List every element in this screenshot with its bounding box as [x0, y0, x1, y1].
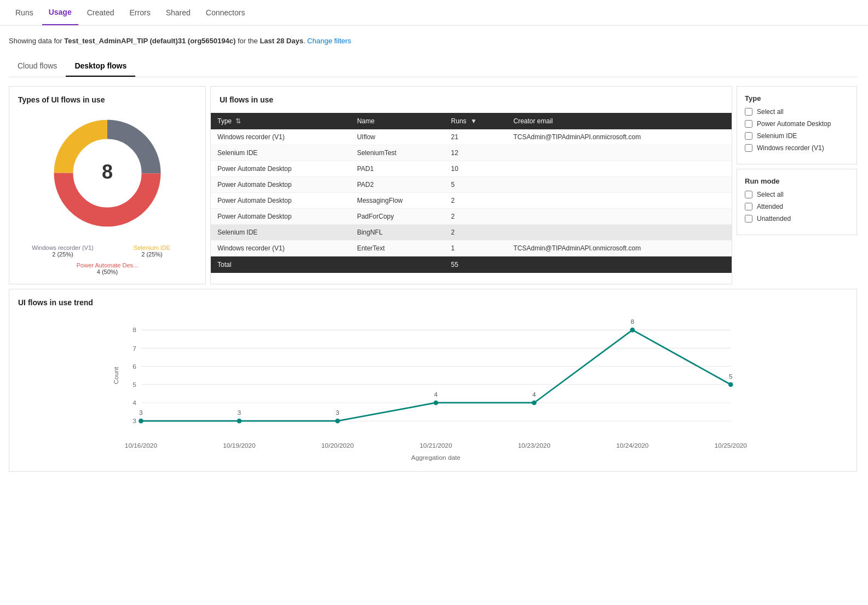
nav-connectors[interactable]: Connectors [199, 1, 252, 25]
cell-type: Selenium IDE [211, 225, 350, 241]
label-unattended: Unattended [757, 215, 791, 222]
type-filter-panel: Type Select allPower Automate DesktopSel… [737, 86, 857, 164]
col-type[interactable]: Type ⇅ [211, 113, 350, 129]
cell-email [507, 145, 732, 161]
y-axis-label: 5 [133, 381, 136, 389]
nav-errors[interactable]: Errors [123, 1, 157, 25]
cell-type: Windows recorder (V1) [211, 241, 350, 256]
flow-tabs: Cloud flows Desktop flows [9, 56, 857, 77]
cell-name: BingNFL [350, 225, 445, 241]
x-axis-label: 10/25/2020 [715, 442, 748, 449]
checkbox-windows-recorder-v1[interactable] [745, 144, 752, 152]
data-label: 4 [434, 391, 438, 398]
cell-email: TCSAdmin@TIPAdminAPI.onmicrosoft.com [507, 129, 732, 145]
cell-runs: 2 [445, 209, 507, 225]
footer-empty [350, 256, 445, 273]
label-select-all-run: Select all [757, 191, 784, 198]
cell-runs: 2 [445, 193, 507, 209]
cell-runs: 21 [445, 129, 507, 145]
checkbox-power-automate-desktop[interactable] [745, 120, 752, 128]
donut-chart: 8 [47, 113, 168, 233]
table-row: Power Automate Desktop PadForCopy 2 [211, 209, 732, 225]
table-row: Selenium IDE SeleniumTest 12 [211, 145, 732, 161]
table-row: Windows recorder (V1) UIflow 21 TCSAdmin… [211, 129, 732, 145]
filter-panels: Type Select allPower Automate DesktopSel… [737, 86, 857, 284]
table-footer-row: Total 55 [211, 256, 732, 273]
donut-center-value: 8 [102, 161, 113, 183]
checkbox-unattended[interactable] [745, 215, 752, 222]
cell-type: Power Automate Desktop [211, 161, 350, 177]
nav-runs[interactable]: Runs [9, 1, 40, 25]
cell-runs: 2 [445, 225, 507, 241]
checkbox-select-all-type[interactable] [745, 108, 752, 116]
data-point [139, 419, 143, 424]
trend-panel: UI flows in use trend 345678Count310/16/… [9, 289, 857, 472]
cell-email [507, 209, 732, 225]
label-power-automate-desktop: Power Automate Desktop [757, 120, 831, 128]
trend-line [141, 330, 731, 421]
nav-shared[interactable]: Shared [159, 1, 197, 25]
type-filter-option-power-automate-desktop: Power Automate Desktop [745, 120, 849, 128]
donut-panel-title: Types of UI flows in use [18, 95, 197, 104]
donut-panel: Types of UI flows in use [9, 86, 206, 284]
x-axis-title: Aggregation date [411, 454, 461, 461]
y-axis-label: 6 [133, 363, 136, 370]
checkbox-attended[interactable] [745, 203, 752, 210]
type-filter-option-selenium-ide: Selenium IDE [745, 132, 849, 140]
run-mode-filter-option-attended: Attended [745, 203, 849, 210]
checkbox-select-all-run[interactable] [745, 191, 752, 198]
y-axis-title: Count [113, 367, 120, 384]
cell-name: MessagingFlow [350, 193, 445, 209]
data-label: 8 [631, 318, 635, 326]
nav-usage[interactable]: Usage [42, 0, 78, 25]
y-axis-label: 4 [133, 399, 136, 407]
run-mode-filter-panel: Run mode Select allAttendedUnattended [737, 169, 857, 235]
data-point [532, 401, 537, 406]
y-axis-label: 8 [133, 326, 136, 334]
main-content: Showing data for Test_test_AdminAPI_TIP … [0, 26, 868, 483]
col-runs[interactable]: Runs ▼ [445, 113, 507, 129]
table-row: Power Automate Desktop MessagingFlow 2 [211, 193, 732, 209]
table-row: Power Automate Desktop PAD1 10 [211, 161, 732, 177]
cell-type: Power Automate Desktop [211, 177, 350, 193]
nav-created[interactable]: Created [81, 1, 121, 25]
checkbox-selenium-ide[interactable] [745, 132, 752, 140]
col-creator-email: Creator email [507, 113, 732, 129]
legend-windows-recorder: Windows recorder (V1) 2 (25%) [22, 244, 103, 258]
label-select-all-type: Select all [757, 108, 784, 116]
subtitle-period: Last 28 Days [260, 37, 303, 45]
data-point [728, 382, 733, 387]
x-axis-label: 10/20/2020 [321, 442, 354, 449]
subtitle-org: Test_test_AdminAPI_TIP (default)31 (org5… [64, 37, 235, 45]
x-axis-label: 10/24/2020 [616, 442, 649, 449]
cell-runs: 10 [445, 161, 507, 177]
subtitle-prefix: Showing data for [9, 37, 62, 45]
cell-runs: 5 [445, 177, 507, 193]
cell-email [507, 193, 732, 209]
cell-email [507, 161, 732, 177]
footer-total: 55 [445, 256, 507, 273]
table-panel: UI flows in use Type ⇅ Name Runs ▼ Creat… [210, 86, 732, 284]
tab-cloud-flows[interactable]: Cloud flows [9, 56, 66, 77]
data-label: 3 [336, 409, 340, 416]
label-selenium-ide: Selenium IDE [757, 132, 797, 140]
footer-empty2 [507, 256, 732, 273]
change-filters-link[interactable]: Change filters [307, 37, 351, 45]
cell-name: PAD2 [350, 177, 445, 193]
type-filter-option-select-all-type: Select all [745, 108, 849, 116]
footer-label: Total [211, 256, 350, 273]
cell-type: Power Automate Desktop [211, 193, 350, 209]
x-axis-label: 10/23/2020 [518, 442, 551, 449]
sort-icon-type: ⇅ [235, 117, 241, 125]
tab-desktop-flows[interactable]: Desktop flows [66, 56, 135, 77]
trend-svg: 345678Count310/16/2020310/19/2020310/20/… [18, 309, 848, 463]
run-mode-filter-title: Run mode [745, 177, 849, 185]
content-area: Types of UI flows in use [9, 86, 857, 284]
col-name: Name [350, 113, 445, 129]
x-axis-label: 10/19/2020 [223, 442, 256, 449]
label-windows-recorder-v1: Windows recorder (V1) [757, 144, 824, 152]
subtitle-bar: Showing data for Test_test_AdminAPI_TIP … [9, 37, 857, 45]
subtitle-middle: for the [238, 37, 260, 45]
cell-runs: 1 [445, 241, 507, 256]
table-header-row: Type ⇅ Name Runs ▼ Creator email [211, 113, 732, 129]
